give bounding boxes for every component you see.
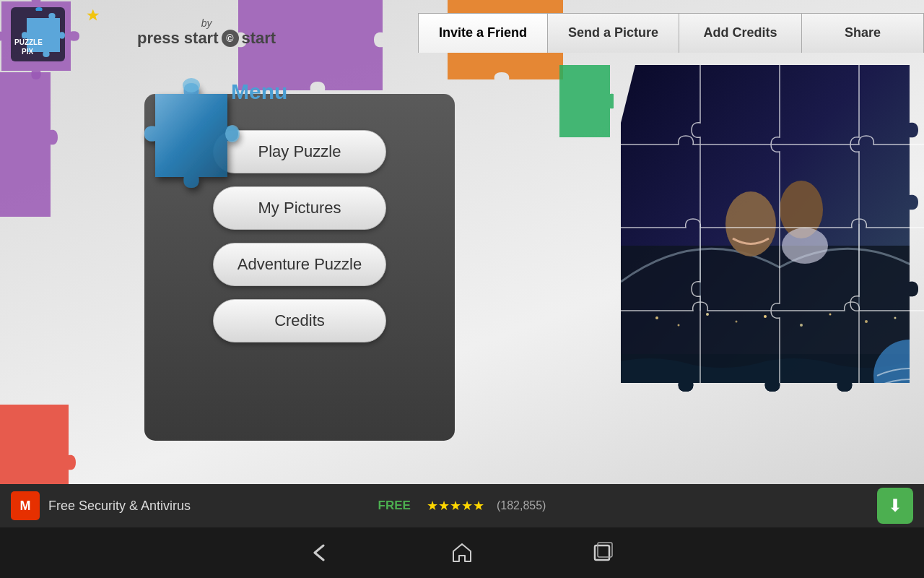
svg-text:PUZZLE: PUZZLE: [14, 38, 43, 46]
ad-download-button[interactable]: ⬇: [877, 488, 913, 524]
press-start-label: press start © start: [137, 29, 276, 48]
android-back-button[interactable]: [308, 540, 334, 566]
by-press-start: by press start © start: [137, 17, 276, 48]
svg-text:PIX: PIX: [22, 48, 33, 56]
header: PUZZLE PIX by press start © start Invite…: [0, 0, 924, 65]
svg-point-14: [764, 315, 767, 318]
android-recents-button[interactable]: [590, 540, 616, 566]
press-start-icon: ©: [222, 30, 239, 47]
logo-area: PUZZLE PIX by press start © start: [0, 4, 332, 61]
ad-free-badge: FREE: [378, 499, 411, 513]
tab-send-picture[interactable]: Send a Picture: [547, 13, 679, 53]
by-label: by: [201, 17, 212, 29]
tab-add-credits[interactable]: Add Credits: [679, 13, 801, 53]
svg-point-15: [800, 324, 803, 327]
logo-svg: PUZZLE PIX: [7, 4, 130, 61]
svg-point-13: [736, 321, 738, 323]
credits-button[interactable]: Credits: [213, 299, 386, 342]
svg-point-16: [829, 314, 832, 316]
svg-rect-24: [595, 545, 609, 560]
svg-point-19: [725, 191, 776, 256]
tab-share[interactable]: Share: [801, 13, 924, 53]
svg-point-10: [655, 316, 658, 319]
svg-point-21: [782, 228, 828, 264]
puzzle-piece-left-mid: [0, 72, 58, 217]
svg-point-17: [865, 320, 868, 323]
ad-stars: ★★★★★: [427, 498, 484, 514]
adventure-puzzle-button[interactable]: Adventure Puzzle: [213, 243, 386, 286]
puzzle-image-svg: [621, 65, 924, 484]
ad-reviews: (182,855): [497, 499, 546, 512]
svg-point-4: [183, 78, 200, 92]
svg-point-5: [225, 125, 240, 142]
ad-text: Free Security & Antivirus: [48, 499, 362, 514]
app-container: PUZZLE PIX by press start © start Invite…: [0, 0, 924, 527]
nav-tabs: Invite a Friend Send a Picture Add Credi…: [418, 13, 924, 53]
svg-point-11: [678, 324, 680, 327]
ad-bar: M Free Security & Antivirus FREE ★★★★★ (…: [0, 484, 924, 527]
svg-point-18: [894, 317, 897, 319]
mcafee-icon: M: [11, 491, 40, 520]
puzzle-piece-green-right: [556, 65, 614, 137]
android-home-button[interactable]: [449, 540, 475, 566]
tab-invite-friend[interactable]: Invite a Friend: [418, 13, 547, 53]
puzzle-icon-floating: [119, 72, 249, 202]
puzzle-image-area: [621, 65, 924, 484]
android-nav-bar: [0, 527, 924, 578]
svg-point-12: [706, 313, 709, 316]
